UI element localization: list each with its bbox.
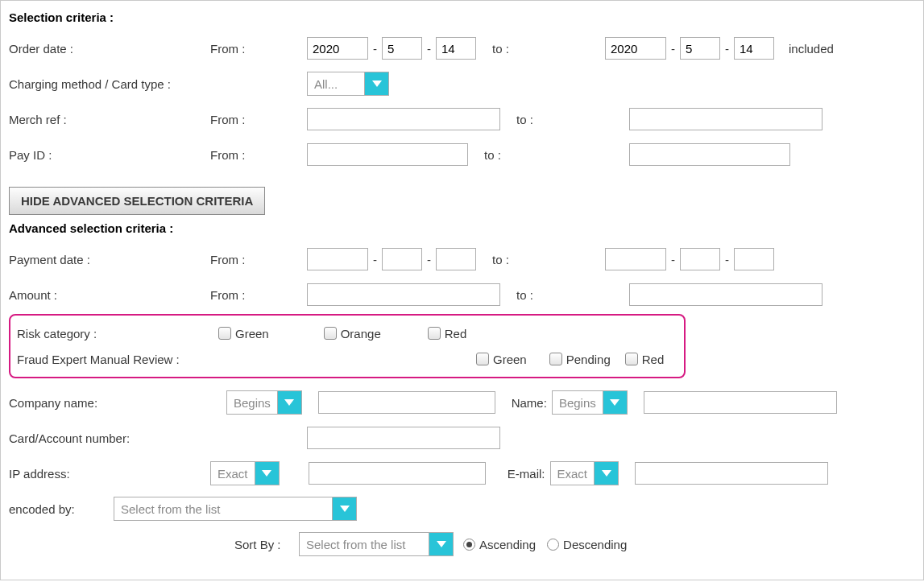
merch-ref-from-input[interactable] bbox=[307, 108, 500, 130]
ip-match-select[interactable]: Exact bbox=[210, 461, 280, 485]
ip-address-label: IP address: bbox=[9, 467, 210, 481]
dropdown-arrow-icon[interactable] bbox=[277, 391, 301, 414]
order-date-to-day[interactable] bbox=[734, 37, 774, 60]
pay-id-label: Pay ID : bbox=[9, 148, 210, 162]
radio-icon bbox=[463, 539, 475, 551]
dropdown-arrow-icon[interactable] bbox=[603, 391, 627, 414]
risk-fraud-highlight: Risk category : Green Orange Red Fraud E… bbox=[9, 314, 686, 378]
included-label: included bbox=[789, 42, 834, 56]
checkbox-icon bbox=[625, 353, 638, 365]
order-date-to-year[interactable] bbox=[605, 37, 666, 60]
sort-by-label: Sort By : bbox=[234, 538, 299, 551]
risk-category-row: Risk category : Green Orange Red bbox=[17, 320, 677, 346]
payment-date-to-month[interactable] bbox=[680, 248, 720, 270]
to-label: to : bbox=[476, 253, 605, 266]
dropdown-arrow-icon[interactable] bbox=[429, 533, 453, 555]
payment-date-label: Payment date : bbox=[9, 253, 210, 266]
selection-criteria-title: Selection criteria : bbox=[9, 10, 915, 24]
dropdown-arrow-icon[interactable] bbox=[594, 462, 618, 485]
from-label: From : bbox=[210, 113, 307, 126]
encoded-by-label: encoded by: bbox=[9, 502, 114, 516]
order-date-from-month[interactable] bbox=[382, 37, 422, 60]
merch-ref-label: Merch ref : bbox=[9, 113, 210, 126]
charging-method-select[interactable]: All... bbox=[307, 72, 389, 96]
from-label: From : bbox=[210, 42, 307, 56]
amount-row: Amount : From : to : bbox=[9, 279, 915, 311]
payment-date-to-day[interactable] bbox=[734, 248, 774, 270]
email-match-select[interactable]: Exact bbox=[550, 461, 619, 485]
fraud-pending-checkbox[interactable]: Pending bbox=[549, 353, 611, 366]
checkbox-icon bbox=[549, 353, 562, 365]
fraud-green-checkbox[interactable]: Green bbox=[476, 353, 527, 366]
risk-red-checkbox[interactable]: Red bbox=[428, 327, 467, 341]
order-date-row: Order date : From : - - to : - - include… bbox=[9, 32, 915, 64]
ip-email-row: IP address: Exact E-mail: Exact bbox=[9, 457, 915, 489]
merch-ref-row: Merch ref : From : to : bbox=[9, 103, 915, 135]
order-date-label: Order date : bbox=[9, 42, 210, 56]
payment-date-to-year[interactable] bbox=[605, 248, 666, 270]
encoded-by-row: encoded by: Select from the list bbox=[9, 493, 915, 525]
amount-from-input[interactable] bbox=[307, 283, 500, 306]
sort-ascending-radio[interactable]: Ascending bbox=[463, 538, 536, 551]
order-date-to-month[interactable] bbox=[680, 37, 720, 60]
company-name-row: Company name: Begins Name: Begins bbox=[9, 386, 915, 419]
to-label: to : bbox=[468, 148, 629, 162]
encoded-by-select[interactable]: Select from the list bbox=[114, 497, 357, 521]
fraud-review-label: Fraud Expert Manual Review : bbox=[17, 353, 476, 366]
payment-date-from-day[interactable] bbox=[436, 248, 476, 270]
dropdown-arrow-icon[interactable] bbox=[255, 462, 279, 485]
payment-date-row: Payment date : From : - - to : - - bbox=[9, 243, 915, 275]
merch-ref-to-input[interactable] bbox=[629, 108, 822, 130]
pay-id-to-input[interactable] bbox=[629, 143, 790, 166]
company-name-input[interactable] bbox=[318, 391, 495, 414]
pay-id-row: Pay ID : From : to : bbox=[9, 138, 915, 171]
ip-address-input[interactable] bbox=[309, 462, 486, 485]
amount-label: Amount : bbox=[9, 288, 210, 302]
company-name-label: Company name: bbox=[9, 396, 226, 410]
selection-criteria-panel: Selection criteria : Order date : From :… bbox=[0, 0, 924, 580]
to-label: to : bbox=[500, 288, 629, 302]
name-label: Name: bbox=[495, 396, 552, 410]
checkbox-icon bbox=[218, 327, 231, 340]
checkbox-icon bbox=[428, 327, 441, 340]
to-label: to : bbox=[476, 42, 605, 56]
fraud-red-checkbox[interactable]: Red bbox=[625, 353, 665, 366]
pay-id-from-input[interactable] bbox=[307, 143, 468, 166]
charging-method-row: Charging method / Card type : All... bbox=[9, 68, 915, 100]
risk-category-label: Risk category : bbox=[17, 327, 218, 341]
payment-date-from-month[interactable] bbox=[382, 248, 422, 270]
email-input[interactable] bbox=[635, 462, 828, 485]
card-account-input[interactable] bbox=[307, 427, 500, 449]
dropdown-arrow-icon[interactable] bbox=[364, 72, 388, 95]
risk-orange-checkbox[interactable]: Orange bbox=[324, 327, 381, 341]
sort-by-select[interactable]: Select from the list bbox=[299, 532, 454, 556]
order-date-from-year[interactable] bbox=[307, 37, 368, 60]
checkbox-icon bbox=[324, 327, 337, 340]
radio-icon bbox=[547, 539, 559, 551]
sort-by-row: Sort By : Select from the list Ascending… bbox=[9, 528, 915, 560]
hide-advanced-button[interactable]: HIDE ADVANCED SELECTION CRITERIA bbox=[9, 187, 265, 215]
company-match-select[interactable]: Begins bbox=[226, 390, 302, 415]
from-label: From : bbox=[210, 288, 307, 302]
from-label: From : bbox=[210, 148, 307, 162]
checkbox-icon bbox=[476, 353, 489, 365]
risk-green-checkbox[interactable]: Green bbox=[218, 327, 269, 341]
email-label: E-mail: bbox=[486, 467, 550, 481]
name-input[interactable] bbox=[644, 391, 837, 414]
advanced-criteria-title: Advanced selection criteria : bbox=[9, 221, 915, 235]
payment-date-from-year[interactable] bbox=[307, 248, 368, 270]
order-date-from-day[interactable] bbox=[436, 37, 476, 60]
card-account-label: Card/Account number: bbox=[9, 431, 307, 445]
name-match-select[interactable]: Begins bbox=[552, 390, 628, 415]
sort-descending-radio[interactable]: Descending bbox=[547, 538, 627, 551]
card-account-row: Card/Account number: bbox=[9, 422, 915, 454]
amount-to-input[interactable] bbox=[629, 283, 822, 306]
from-label: From : bbox=[210, 253, 307, 266]
fraud-review-row: Fraud Expert Manual Review : Green Pendi… bbox=[17, 346, 677, 372]
charging-method-value: All... bbox=[308, 77, 364, 91]
to-label: to : bbox=[500, 113, 629, 126]
dropdown-arrow-icon[interactable] bbox=[332, 497, 356, 520]
charging-method-label: Charging method / Card type : bbox=[9, 77, 210, 91]
